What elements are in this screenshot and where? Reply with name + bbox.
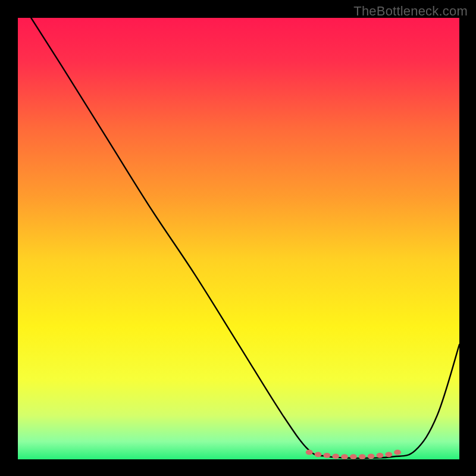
series-dot	[306, 450, 313, 455]
plot-area	[18, 18, 459, 459]
series-dot	[341, 454, 348, 459]
series-dot	[323, 453, 330, 458]
series-dot	[350, 454, 357, 459]
chart-background	[18, 18, 459, 459]
series-dot	[368, 453, 375, 459]
series-dot	[394, 450, 401, 455]
series-dot	[376, 453, 383, 458]
watermark-text: TheBottleneck.com	[353, 4, 468, 19]
series-dot	[315, 452, 322, 458]
series-dot	[359, 454, 366, 459]
chart-stage: TheBottleneck.com	[0, 0, 476, 476]
chart-svg	[18, 18, 459, 459]
series-dot	[332, 453, 339, 459]
series-dot	[385, 452, 392, 458]
